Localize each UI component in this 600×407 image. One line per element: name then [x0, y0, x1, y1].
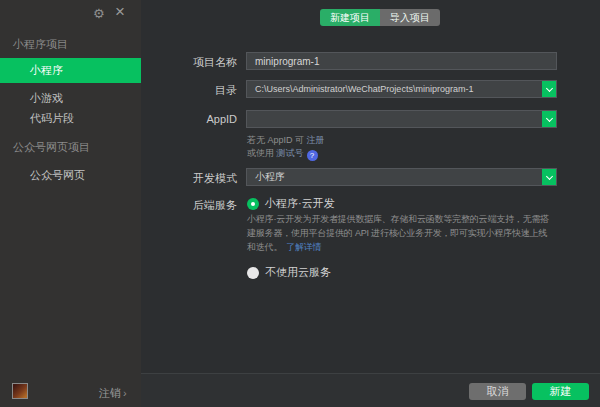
test-account-link[interactable]: 测试号: [277, 148, 304, 158]
sidebar-item-miniprogram[interactable]: 小程序: [0, 58, 141, 83]
question-help-icon[interactable]: ?: [307, 150, 318, 161]
dev-mode-select[interactable]: 小程序: [246, 168, 557, 186]
sidebar: ⚙ × 小程序项目 小程序 小游戏 代码片段 公众号网页项目 公众号网页 注销›: [0, 0, 141, 407]
logout-label: 注销: [99, 387, 121, 399]
radio-selected-icon: [247, 198, 259, 210]
sidebar-item-label: 小程序: [0, 64, 63, 76]
learn-more-link[interactable]: 了解详情: [286, 242, 321, 252]
appid-dropdown-button[interactable]: [542, 111, 556, 127]
sidebar-item-label: 代码片段: [0, 112, 74, 124]
cloud-dev-description: 小程序·云开发为开发者提供数据库、存储和云函数等完整的云端支持，无需搭建服务器，…: [247, 212, 555, 254]
user-avatar[interactable]: [12, 383, 28, 399]
appid-help-line1: 若无 AppID 可 注册: [247, 134, 325, 147]
appid-label: AppID: [150, 113, 237, 125]
project-type-tabs: 新建项目 导入项目: [320, 9, 440, 26]
tab-import-project[interactable]: 导入项目: [380, 9, 440, 26]
appid-select[interactable]: [246, 110, 557, 128]
sidebar-item-official-webpage[interactable]: 公众号网页: [0, 163, 141, 188]
cancel-button[interactable]: 取消: [469, 383, 526, 400]
appid-help-text1: 若无 AppID 可: [247, 135, 307, 145]
project-name-label: 项目名称: [150, 55, 237, 70]
dev-mode-dropdown-button[interactable]: [542, 169, 556, 185]
chevron-right-icon: ›: [123, 387, 127, 399]
chevron-down-icon: [545, 114, 552, 121]
radio-unselected-icon: [247, 267, 259, 279]
radio-cloud-dev-label: 小程序·云开发: [265, 196, 335, 211]
new-project-dialog: ⚙ × 小程序项目 小程序 小游戏 代码片段 公众号网页项目 公众号网页 注销›…: [0, 0, 600, 407]
sidebar-item-label: 公众号网页: [0, 169, 85, 181]
radio-no-cloud[interactable]: 不使用云服务: [247, 265, 331, 280]
dev-mode-label: 开发模式: [150, 171, 237, 186]
appid-help-text2: 或使用: [247, 148, 277, 158]
project-name-input[interactable]: [247, 53, 556, 69]
radio-no-cloud-label: 不使用云服务: [265, 265, 331, 280]
radio-cloud-dev[interactable]: 小程序·云开发: [247, 196, 335, 211]
appid-help-line2: 或使用 测试号?: [247, 147, 318, 161]
directory-select[interactable]: C:\Users\Administrator\WeChatProjects\mi…: [246, 80, 557, 98]
project-name-field[interactable]: [246, 52, 557, 70]
create-button[interactable]: 新建: [532, 383, 589, 400]
dev-mode-value: 小程序: [255, 169, 285, 185]
logout-link[interactable]: 注销›: [99, 386, 127, 401]
settings-gear-icon[interactable]: ⚙: [93, 7, 105, 20]
sidebar-item-code-snippet[interactable]: 代码片段: [0, 106, 141, 131]
directory-dropdown-button[interactable]: [542, 81, 556, 97]
tab-new-project[interactable]: 新建项目: [320, 9, 380, 26]
sidebar-item-label: 小游戏: [0, 92, 63, 104]
sidebar-section-header-miniprogram: 小程序项目: [13, 37, 68, 52]
register-link[interactable]: 注册: [307, 135, 325, 145]
directory-label: 目录: [150, 83, 237, 98]
backend-service-label: 后端服务: [150, 198, 237, 213]
chevron-down-icon: [545, 84, 552, 91]
sidebar-section-header-official-web: 公众号网页项目: [13, 140, 90, 155]
directory-value: C:\Users\Administrator\WeChatProjects\mi…: [255, 81, 473, 97]
chevron-down-icon: [545, 172, 552, 179]
close-icon[interactable]: ×: [115, 3, 125, 20]
